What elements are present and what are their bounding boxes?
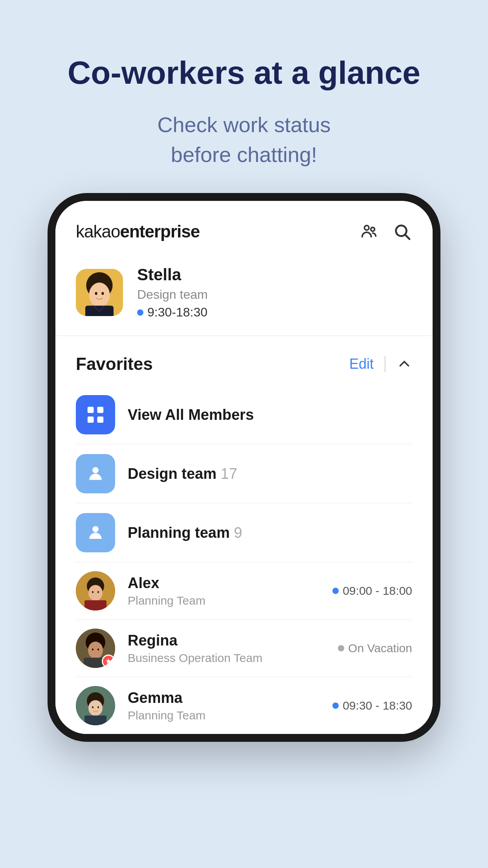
planning-team-icon xyxy=(76,513,115,552)
regina-name: Regina xyxy=(128,632,338,649)
gemma-avatar xyxy=(76,686,115,725)
design-team-icon xyxy=(76,454,115,493)
collapse-button[interactable] xyxy=(396,356,412,372)
profile-hours: 9:30-18:30 xyxy=(137,305,208,320)
edit-button[interactable]: Edit xyxy=(349,356,374,372)
gemma-name: Gemma xyxy=(128,690,332,706)
regina-status-dot xyxy=(338,645,344,651)
view-all-text: View All Members xyxy=(128,406,412,423)
svg-rect-19 xyxy=(84,600,106,611)
planning-team-count: 9 xyxy=(234,524,242,541)
person-item-regina[interactable]: Regina Business Operation Team On Vacati… xyxy=(55,620,433,677)
groups-icon xyxy=(360,223,378,241)
svg-line-3 xyxy=(405,235,410,239)
grid-icon xyxy=(85,404,106,425)
svg-point-26 xyxy=(92,649,94,651)
favorites-title: Favorites xyxy=(76,354,153,374)
svg-rect-13 xyxy=(97,417,104,423)
gemma-status-dot xyxy=(332,702,339,709)
my-avatar xyxy=(76,269,123,316)
status-dot xyxy=(137,309,143,316)
svg-point-1 xyxy=(371,228,375,232)
svg-point-32 xyxy=(92,706,94,708)
regina-info: Regina Business Operation Team xyxy=(128,632,338,665)
planning-team-label: Planning team 9 xyxy=(128,524,242,541)
regina-status: On Vacation xyxy=(338,642,412,655)
phone-screen: kakaoenterprise xyxy=(55,201,433,734)
planning-team-text: Planning team 9 xyxy=(128,524,412,541)
phone-mockup: kakaoenterprise xyxy=(36,193,452,868)
profile-team: Design team xyxy=(137,287,208,302)
phone-frame: kakaoenterprise xyxy=(48,193,440,742)
svg-rect-12 xyxy=(88,417,94,423)
list-item-planning-team[interactable]: Planning team 9 xyxy=(55,504,433,562)
design-team-label: Design team 17 xyxy=(128,465,237,482)
profile-name: Stella xyxy=(137,265,208,284)
page-header: Co-workers at a glance Check work status… xyxy=(0,0,488,193)
design-team-text: Design team 17 xyxy=(128,465,412,482)
regina-team: Business Operation Team xyxy=(128,651,338,665)
alex-status: 09:00 - 18:00 xyxy=(332,584,412,598)
my-profile[interactable]: Stella Design team 9:30-18:30 xyxy=(55,254,433,336)
search-icon-button[interactable] xyxy=(392,221,412,242)
list-item-view-all[interactable]: View All Members xyxy=(55,386,433,444)
svg-rect-10 xyxy=(88,407,94,413)
vacation-icon xyxy=(105,658,112,665)
design-team-count: 17 xyxy=(221,465,237,482)
gemma-team: Planning Team xyxy=(128,709,332,722)
vacation-badge xyxy=(102,655,115,668)
app-header: kakaoenterprise xyxy=(55,201,433,254)
view-all-label: View All Members xyxy=(128,406,254,423)
svg-point-18 xyxy=(88,585,103,601)
header-icons xyxy=(359,221,412,242)
svg-rect-31 xyxy=(84,715,106,725)
svg-point-21 xyxy=(97,591,99,593)
gemma-avatar-image xyxy=(76,686,115,725)
svg-point-33 xyxy=(97,706,99,708)
svg-point-27 xyxy=(97,649,99,651)
svg-point-8 xyxy=(95,292,97,295)
alex-info: Alex Planning Team xyxy=(128,575,332,607)
profile-info: Stella Design team 9:30-18:30 xyxy=(137,265,208,320)
favorites-section-header: Favorites Edit xyxy=(55,336,433,386)
svg-point-15 xyxy=(92,526,99,533)
chevron-up-icon xyxy=(397,357,411,371)
groups-icon-button[interactable] xyxy=(359,221,379,242)
svg-point-0 xyxy=(365,226,369,230)
search-icon xyxy=(393,223,411,241)
svg-point-6 xyxy=(89,283,110,307)
page-subtitle: Check work status before chatting! xyxy=(0,110,488,169)
favorites-actions: Edit xyxy=(349,356,412,372)
svg-point-30 xyxy=(88,700,103,716)
person-item-alex[interactable]: Alex Planning Team 09:00 - 18:00 xyxy=(55,563,433,619)
group-icon xyxy=(85,463,106,484)
regina-avatar xyxy=(76,629,115,668)
svg-rect-11 xyxy=(97,407,104,413)
page-title: Co-workers at a glance xyxy=(0,55,488,90)
svg-point-20 xyxy=(92,591,94,593)
gemma-info: Gemma Planning Team xyxy=(128,690,332,722)
group-icon-2 xyxy=(85,522,106,543)
person-item-gemma[interactable]: Gemma Planning Team 09:30 - 18:30 xyxy=(55,677,433,734)
app-logo: kakaoenterprise xyxy=(76,222,200,241)
list-item-design-team[interactable]: Design team 17 xyxy=(55,445,433,503)
svg-point-24 xyxy=(88,642,103,659)
svg-point-14 xyxy=(92,467,99,474)
alex-avatar xyxy=(76,571,115,611)
divider xyxy=(385,356,385,372)
alex-avatar-image xyxy=(76,571,115,611)
alex-name: Alex xyxy=(128,575,332,592)
alex-team: Planning Team xyxy=(128,594,332,607)
alex-status-dot xyxy=(332,588,339,594)
stella-avatar-image xyxy=(76,269,123,316)
gemma-status: 09:30 - 18:30 xyxy=(332,699,412,712)
view-all-icon xyxy=(76,395,115,434)
svg-point-9 xyxy=(101,292,104,295)
